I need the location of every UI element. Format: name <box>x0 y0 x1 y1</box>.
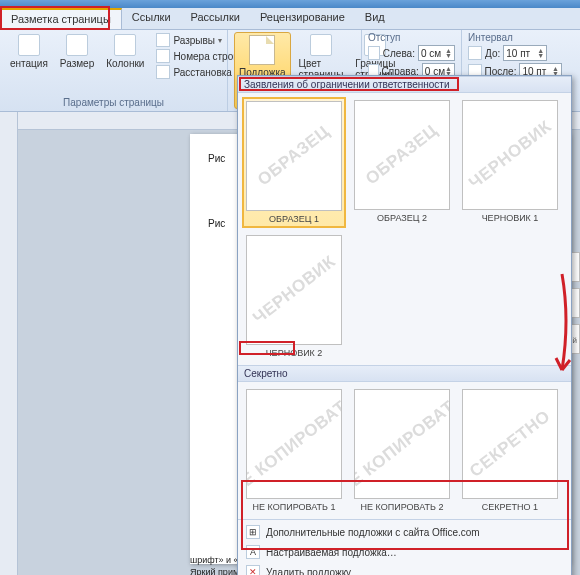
orientation-button[interactable]: ентация <box>6 32 52 97</box>
gallery-section-secret: Секретно <box>238 365 571 382</box>
tab-view[interactable]: Вид <box>355 8 395 29</box>
menu-remove-watermark[interactable]: ✕Удалить подложку <box>238 562 571 575</box>
gallery-menu: ⊞Дополнительные подложки с сайта Office.… <box>238 519 571 575</box>
watermark-thumb[interactable]: НЕ КОПИРОВАТЬНЕ КОПИРОВАТЬ 2 <box>350 386 454 515</box>
menu-more-office[interactable]: ⊞Дополнительные подложки с сайта Office.… <box>238 522 571 542</box>
menu-custom-watermark[interactable]: AНастраиваемая подложка… <box>238 542 571 562</box>
watermark-thumb[interactable]: ЧЕРНОВИКЧЕРНОВИК 1 <box>458 97 562 228</box>
office-icon: ⊞ <box>246 525 260 539</box>
watermark-thumb[interactable]: ЧЕРНОВИКЧЕРНОВИК 2 <box>242 232 346 361</box>
remove-icon: ✕ <box>246 565 260 575</box>
watermark-thumb[interactable]: НЕ КОПИРОВАТЬНЕ КОПИРОВАТЬ 1 <box>242 386 346 515</box>
custom-icon: A <box>246 545 260 559</box>
watermark-thumb[interactable]: СЕКРЕТНОСЕКРЕТНО 1 <box>458 386 562 515</box>
spacing-title: Интервал <box>468 32 562 44</box>
indent-title: Отступ <box>368 32 455 44</box>
page-icon <box>249 35 275 65</box>
gallery-section-disclaimer: Заявления об ограничении ответственности <box>238 76 571 93</box>
tab-mailings[interactable]: Рассылки <box>181 8 250 29</box>
indent-left-input[interactable]: 0 см▲▼ <box>418 45 455 61</box>
tab-links[interactable]: Ссылки <box>122 8 181 29</box>
vertical-ruler[interactable] <box>0 112 18 575</box>
columns-button[interactable]: Колонки <box>102 32 148 97</box>
watermark-thumb[interactable]: ОБРАЗЕЦОБРАЗЕЦ 1 <box>242 97 346 228</box>
ribbon-tabs: Разметка страницы Ссылки Рассылки Реценз… <box>0 8 580 30</box>
tab-review[interactable]: Рецензирование <box>250 8 355 29</box>
group-title-page-params: Параметры страницы <box>6 97 221 109</box>
watermark-thumb[interactable]: ОБРАЗЕЦОБРАЗЕЦ 2 <box>350 97 454 228</box>
spacing-before-input[interactable]: 10 пт▲▼ <box>503 45 547 61</box>
tab-page-layout[interactable]: Разметка страницы <box>0 8 122 29</box>
window-titlebar <box>0 0 580 8</box>
indent-left-icon <box>368 46 380 60</box>
watermark-gallery: Заявления об ограничении ответственности… <box>237 75 572 575</box>
size-button[interactable]: Размер <box>56 32 98 97</box>
spacing-before-icon <box>468 46 482 60</box>
